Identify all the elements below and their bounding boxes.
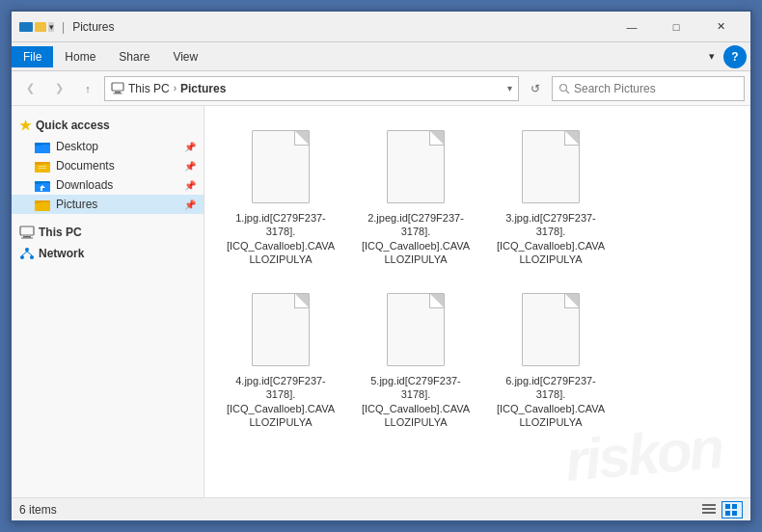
pin-icon-dl: 📌	[184, 180, 196, 191]
forward-button[interactable]: ❯	[46, 76, 71, 101]
pictures-folder-icon	[35, 198, 50, 211]
file-page-icon	[522, 293, 580, 366]
help-button[interactable]: ?	[723, 45, 747, 68]
explorer-window: ▾ | Pictures — □ ✕ File Home Share View …	[10, 10, 752, 522]
file-page-icon	[252, 293, 310, 366]
svg-rect-22	[21, 238, 33, 239]
minimize-button[interactable]: —	[610, 12, 654, 42]
svg-point-25	[30, 255, 34, 259]
file-icon-wrapper	[381, 289, 450, 370]
quick-access-label: Quick access	[36, 119, 110, 132]
svg-rect-19	[35, 200, 41, 203]
file-icon-wrapper	[246, 126, 315, 207]
search-icon	[558, 83, 570, 94]
sidebar-documents-label: Documents	[56, 159, 115, 173]
svg-rect-6	[35, 145, 50, 153]
main-content: ★ Quick access Desktop 📌	[12, 106, 750, 497]
maximize-button[interactable]: □	[654, 12, 698, 42]
desktop-folder-icon	[35, 140, 50, 153]
svg-rect-2	[114, 93, 122, 93]
window-icon-pin: ▾	[48, 22, 54, 32]
menu-right: ▾ ?	[700, 45, 750, 68]
svg-rect-20	[20, 226, 34, 235]
back-button[interactable]: ❮	[17, 76, 42, 101]
network-label: Network	[39, 247, 84, 260]
address-path[interactable]: This PC › Pictures ▾	[104, 76, 519, 101]
title-bar: ▾ | Pictures — □ ✕	[12, 12, 750, 42]
search-input[interactable]	[574, 82, 738, 95]
file-page-icon	[252, 130, 310, 203]
svg-point-24	[20, 255, 24, 259]
star-icon: ★	[19, 118, 32, 133]
menu-view[interactable]: View	[161, 46, 209, 67]
file-name: 5.jpg.id[C279F237-3178].[ICQ_Cavalloeb].…	[360, 374, 472, 429]
file-item[interactable]: 3.jpg.id[C279F237-3178].[ICQ_Cavalloeb].…	[488, 120, 613, 273]
file-item[interactable]: 1.jpg.id[C279F237-3178].[ICQ_Cavalloeb].…	[218, 120, 343, 273]
svg-rect-32	[732, 504, 737, 509]
files-grid: 1.jpg.id[C279F237-3178].[ICQ_Cavalloeb].…	[214, 116, 741, 439]
file-area: riskon 1.jpg.id[C279F237-3178].[ICQ_Cava…	[204, 106, 750, 497]
menu-chevron-icon[interactable]: ▾	[700, 45, 723, 68]
svg-rect-11	[39, 166, 46, 167]
sidebar-desktop-label: Desktop	[56, 140, 98, 153]
refresh-button[interactable]: ↺	[523, 76, 548, 101]
menu-home[interactable]: Home	[53, 46, 107, 67]
svg-rect-1	[115, 92, 121, 93]
svg-line-27	[27, 252, 32, 255]
title-bar-icons: ▾ |	[19, 20, 65, 34]
window-title: Pictures	[72, 20, 610, 34]
file-page-icon	[387, 130, 445, 203]
svg-rect-15	[35, 181, 41, 184]
title-controls: — □ ✕	[610, 12, 743, 42]
svg-rect-28	[702, 504, 716, 506]
file-name: 6.jpg.id[C279F237-3178].[ICQ_Cavalloeb].…	[495, 374, 607, 429]
file-item[interactable]: 4.jpg.id[C279F237-3178].[ICQ_Cavalloeb].…	[218, 282, 343, 436]
svg-rect-10	[35, 162, 41, 165]
svg-rect-18	[35, 202, 50, 211]
path-sep1: ›	[174, 83, 177, 93]
sidebar-downloads-label: Downloads	[56, 178, 113, 192]
thispc-header[interactable]: This PC	[12, 222, 204, 243]
menu-share[interactable]: Share	[107, 46, 161, 67]
file-icon-wrapper	[246, 289, 315, 370]
menu-file[interactable]: File	[12, 46, 53, 67]
file-page-icon	[387, 293, 445, 366]
window-icon-yellow	[35, 22, 46, 32]
sidebar-item-downloads[interactable]: Downloads 📌	[12, 175, 204, 195]
path-thispc: This PC	[128, 82, 170, 95]
svg-rect-33	[725, 511, 730, 516]
svg-line-4	[566, 91, 569, 93]
svg-rect-29	[702, 508, 716, 510]
svg-rect-30	[702, 512, 716, 514]
file-item[interactable]: 5.jpg.id[C279F237-3178].[ICQ_Cavalloeb].…	[353, 282, 478, 436]
close-button[interactable]: ✕	[698, 12, 743, 42]
computer-sidebar-icon	[19, 226, 35, 239]
file-name: 2.jpeg.id[C279F237-3178].[ICQ_Cavalloeb]…	[360, 211, 472, 266]
file-item[interactable]: 6.jpg.id[C279F237-3178].[ICQ_Cavalloeb].…	[488, 282, 613, 436]
svg-rect-31	[725, 504, 730, 509]
thispc-label: This PC	[39, 226, 82, 239]
downloads-folder-icon	[35, 178, 50, 192]
large-icons-view-button[interactable]	[721, 501, 743, 519]
documents-folder-icon	[35, 159, 50, 173]
quick-access-header[interactable]: ★ Quick access	[12, 114, 204, 137]
file-name: 3.jpg.id[C279F237-3178].[ICQ_Cavalloeb].…	[495, 211, 607, 266]
file-item[interactable]: 2.jpeg.id[C279F237-3178].[ICQ_Cavalloeb]…	[353, 120, 478, 273]
search-box	[552, 76, 745, 101]
svg-point-3	[560, 84, 567, 91]
path-pictures: Pictures	[180, 82, 226, 95]
sidebar-item-desktop[interactable]: Desktop 📌	[12, 137, 204, 156]
item-count: 6 items	[19, 503, 57, 517]
svg-rect-12	[39, 168, 46, 169]
path-dropdown-icon[interactable]: ▾	[507, 83, 512, 93]
sidebar-item-documents[interactable]: Documents 📌	[12, 156, 204, 175]
view-buttons	[698, 501, 743, 519]
svg-rect-34	[732, 511, 737, 516]
file-icon-wrapper	[516, 126, 585, 207]
up-button[interactable]: ↑	[75, 76, 100, 101]
sidebar-item-pictures[interactable]: Pictures 📌	[12, 195, 204, 214]
sidebar-pictures-label: Pictures	[56, 198, 97, 211]
network-header[interactable]: Network	[12, 243, 204, 264]
file-icon-wrapper	[381, 126, 450, 207]
list-view-button[interactable]	[698, 501, 720, 519]
